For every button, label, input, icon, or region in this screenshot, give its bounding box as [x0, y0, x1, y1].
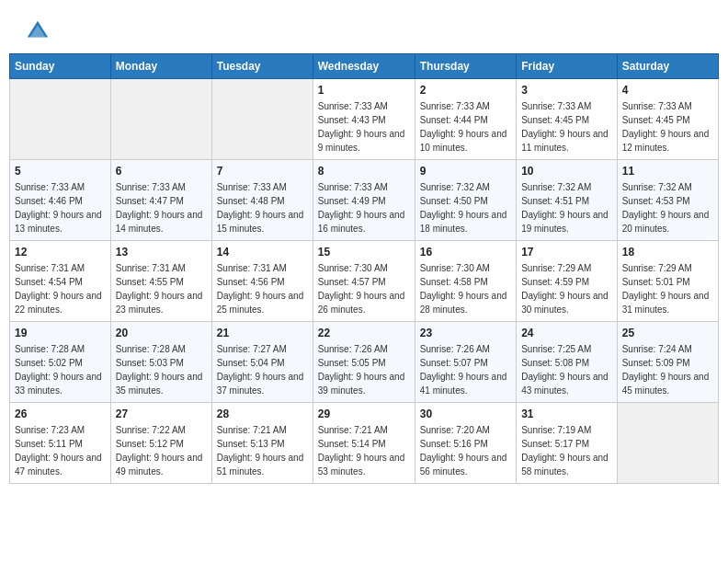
day-info: Sunrise: 7:33 AMSunset: 4:46 PMDaylight:… — [15, 180, 106, 236]
day-info: Sunrise: 7:31 AMSunset: 4:55 PMDaylight:… — [116, 261, 207, 316]
day-header-friday: Friday — [517, 54, 618, 79]
day-header-wednesday: Wednesday — [313, 54, 415, 79]
day-info: Sunrise: 7:33 AMSunset: 4:44 PMDaylight:… — [420, 99, 511, 155]
calendar-cell: 31Sunrise: 7:19 AMSunset: 5:17 PMDayligh… — [517, 403, 618, 484]
calendar-cell — [211, 79, 313, 160]
calendar-header-row: SundayMondayTuesdayWednesdayThursdayFrid… — [10, 54, 719, 79]
calendar-cell: 18Sunrise: 7:29 AMSunset: 5:01 PMDayligh… — [617, 241, 718, 322]
day-info: Sunrise: 7:31 AMSunset: 4:54 PMDaylight:… — [15, 261, 106, 316]
day-header-monday: Monday — [110, 54, 211, 79]
logo-icon — [25, 18, 51, 44]
day-header-tuesday: Tuesday — [211, 54, 313, 79]
calendar-cell: 5Sunrise: 7:33 AMSunset: 4:46 PMDaylight… — [10, 160, 111, 241]
day-info: Sunrise: 7:33 AMSunset: 4:47 PMDaylight:… — [116, 180, 207, 236]
day-number: 16 — [420, 246, 511, 259]
calendar-cell: 10Sunrise: 7:32 AMSunset: 4:51 PMDayligh… — [517, 160, 618, 241]
calendar-cell: 17Sunrise: 7:29 AMSunset: 4:59 PMDayligh… — [517, 241, 618, 322]
day-number: 29 — [318, 408, 410, 420]
day-number: 23 — [420, 327, 511, 339]
day-info: Sunrise: 7:25 AMSunset: 5:08 PMDaylight:… — [521, 342, 612, 397]
day-info: Sunrise: 7:28 AMSunset: 5:03 PMDaylight:… — [116, 342, 207, 397]
day-info: Sunrise: 7:33 AMSunset: 4:45 PMDaylight:… — [622, 99, 713, 155]
day-number: 4 — [622, 84, 713, 97]
day-info: Sunrise: 7:24 AMSunset: 5:09 PMDaylight:… — [622, 342, 713, 397]
day-number: 24 — [521, 327, 612, 339]
day-number: 18 — [622, 246, 713, 259]
day-info: Sunrise: 7:23 AMSunset: 5:11 PMDaylight:… — [15, 423, 106, 478]
day-header-thursday: Thursday — [415, 54, 516, 79]
calendar-cell: 13Sunrise: 7:31 AMSunset: 4:55 PMDayligh… — [110, 241, 211, 322]
calendar-cell: 20Sunrise: 7:28 AMSunset: 5:03 PMDayligh… — [110, 322, 211, 403]
day-info: Sunrise: 7:31 AMSunset: 4:56 PMDaylight:… — [217, 261, 308, 316]
day-info: Sunrise: 7:33 AMSunset: 4:45 PMDaylight:… — [521, 99, 612, 155]
calendar-cell: 29Sunrise: 7:21 AMSunset: 5:14 PMDayligh… — [313, 403, 415, 484]
calendar-cell: 14Sunrise: 7:31 AMSunset: 4:56 PMDayligh… — [211, 241, 313, 322]
day-number: 19 — [15, 327, 106, 339]
calendar-cell: 15Sunrise: 7:30 AMSunset: 4:57 PMDayligh… — [313, 241, 415, 322]
day-number: 2 — [420, 84, 511, 97]
calendar-cell: 23Sunrise: 7:26 AMSunset: 5:07 PMDayligh… — [415, 322, 516, 403]
day-number: 14 — [217, 246, 308, 259]
day-number: 5 — [15, 165, 106, 178]
day-number: 27 — [116, 408, 207, 420]
day-info: Sunrise: 7:33 AMSunset: 4:48 PMDaylight:… — [217, 180, 308, 236]
calendar-cell: 7Sunrise: 7:33 AMSunset: 4:48 PMDaylight… — [211, 160, 313, 241]
calendar-cell: 4Sunrise: 7:33 AMSunset: 4:45 PMDaylight… — [617, 79, 718, 160]
day-number: 28 — [217, 408, 308, 420]
day-number: 7 — [217, 165, 308, 178]
calendar-cell: 21Sunrise: 7:27 AMSunset: 5:04 PMDayligh… — [211, 322, 313, 403]
day-info: Sunrise: 7:21 AMSunset: 5:13 PMDaylight:… — [217, 423, 308, 478]
calendar-cell: 9Sunrise: 7:32 AMSunset: 4:50 PMDaylight… — [415, 160, 516, 241]
calendar-week-row: 19Sunrise: 7:28 AMSunset: 5:02 PMDayligh… — [10, 322, 719, 403]
day-number: 6 — [116, 165, 207, 178]
day-info: Sunrise: 7:22 AMSunset: 5:12 PMDaylight:… — [116, 423, 207, 478]
calendar-cell: 25Sunrise: 7:24 AMSunset: 5:09 PMDayligh… — [617, 322, 718, 403]
day-info: Sunrise: 7:33 AMSunset: 4:49 PMDaylight:… — [318, 180, 410, 236]
day-header-saturday: Saturday — [617, 54, 718, 79]
day-number: 21 — [217, 327, 308, 339]
calendar-table: SundayMondayTuesdayWednesdayThursdayFrid… — [9, 53, 719, 484]
page-header — [9, 9, 719, 49]
calendar-cell — [617, 403, 718, 484]
calendar-cell: 22Sunrise: 7:26 AMSunset: 5:05 PMDayligh… — [313, 322, 415, 403]
day-number: 9 — [420, 165, 511, 178]
day-number: 3 — [521, 84, 612, 97]
day-number: 15 — [318, 246, 410, 259]
day-info: Sunrise: 7:29 AMSunset: 4:59 PMDaylight:… — [521, 261, 612, 316]
day-number: 1 — [318, 84, 410, 97]
calendar-cell: 27Sunrise: 7:22 AMSunset: 5:12 PMDayligh… — [110, 403, 211, 484]
day-number: 12 — [15, 246, 106, 259]
logo — [23, 18, 52, 44]
calendar-week-row: 12Sunrise: 7:31 AMSunset: 4:54 PMDayligh… — [10, 241, 719, 322]
calendar-cell — [10, 79, 111, 160]
day-info: Sunrise: 7:30 AMSunset: 4:58 PMDaylight:… — [420, 261, 511, 316]
calendar-cell — [110, 79, 211, 160]
calendar-cell: 24Sunrise: 7:25 AMSunset: 5:08 PMDayligh… — [517, 322, 618, 403]
day-info: Sunrise: 7:33 AMSunset: 4:43 PMDaylight:… — [318, 99, 410, 155]
day-number: 20 — [116, 327, 207, 339]
day-info: Sunrise: 7:20 AMSunset: 5:16 PMDaylight:… — [420, 423, 511, 478]
calendar-cell: 16Sunrise: 7:30 AMSunset: 4:58 PMDayligh… — [415, 241, 516, 322]
calendar-cell: 6Sunrise: 7:33 AMSunset: 4:47 PMDaylight… — [110, 160, 211, 241]
day-number: 26 — [15, 408, 106, 420]
calendar-week-row: 26Sunrise: 7:23 AMSunset: 5:11 PMDayligh… — [10, 403, 719, 484]
day-info: Sunrise: 7:29 AMSunset: 5:01 PMDaylight:… — [622, 261, 713, 316]
day-number: 13 — [116, 246, 207, 259]
day-info: Sunrise: 7:21 AMSunset: 5:14 PMDaylight:… — [318, 423, 410, 478]
calendar-cell: 3Sunrise: 7:33 AMSunset: 4:45 PMDaylight… — [517, 79, 618, 160]
calendar-cell: 8Sunrise: 7:33 AMSunset: 4:49 PMDaylight… — [313, 160, 415, 241]
day-number: 8 — [318, 165, 410, 178]
calendar-cell: 2Sunrise: 7:33 AMSunset: 4:44 PMDaylight… — [415, 79, 516, 160]
day-number: 17 — [521, 246, 612, 259]
calendar-week-row: 1Sunrise: 7:33 AMSunset: 4:43 PMDaylight… — [10, 79, 719, 160]
day-number: 30 — [420, 408, 511, 420]
day-info: Sunrise: 7:32 AMSunset: 4:53 PMDaylight:… — [622, 180, 713, 236]
calendar-cell: 28Sunrise: 7:21 AMSunset: 5:13 PMDayligh… — [211, 403, 313, 484]
day-info: Sunrise: 7:28 AMSunset: 5:02 PMDaylight:… — [15, 342, 106, 397]
calendar-cell: 11Sunrise: 7:32 AMSunset: 4:53 PMDayligh… — [617, 160, 718, 241]
calendar-cell: 12Sunrise: 7:31 AMSunset: 4:54 PMDayligh… — [10, 241, 111, 322]
calendar-week-row: 5Sunrise: 7:33 AMSunset: 4:46 PMDaylight… — [10, 160, 719, 241]
calendar-cell: 1Sunrise: 7:33 AMSunset: 4:43 PMDaylight… — [313, 79, 415, 160]
day-info: Sunrise: 7:30 AMSunset: 4:57 PMDaylight:… — [318, 261, 410, 316]
day-number: 25 — [622, 327, 713, 339]
